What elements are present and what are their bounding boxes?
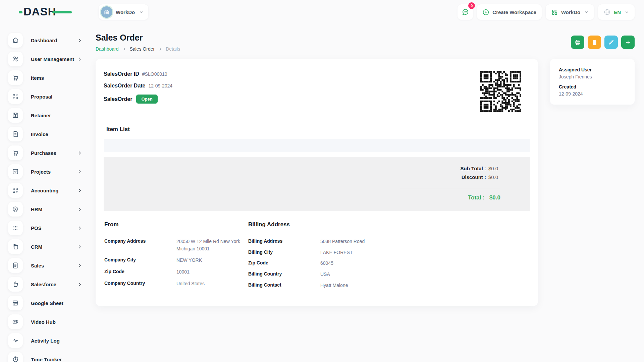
cart-icon (8, 70, 23, 85)
sidebar-item[interactable]: POS (8, 221, 96, 235)
discount-label: Discount : (462, 174, 486, 180)
detail-row: Zip Code 60045 (248, 260, 530, 267)
sidebar-item-label: Video Hub (31, 319, 56, 325)
detail-label: Zip Code (248, 260, 320, 267)
chevron-right-icon (77, 169, 82, 174)
logo-dash-right (52, 11, 72, 13)
chevron-down-icon (139, 10, 144, 14)
total-value: $0.0 (489, 194, 500, 201)
chevron-right-icon (122, 47, 126, 51)
sidebar-item[interactable]: Activity Log (8, 333, 96, 348)
invoice-icon (8, 127, 23, 141)
workspace-menu-button[interactable]: WorkDo (546, 4, 594, 20)
language-code: EN (614, 9, 621, 15)
printer-icon (575, 39, 581, 46)
breadcrumb-sales-order[interactable]: Sales Order (130, 46, 155, 52)
sidebar-item[interactable]: Sales (8, 258, 96, 273)
detail-value: Hyatt Malone (320, 282, 386, 289)
page-title: Sales Order (96, 33, 180, 43)
thumbs-up-icon (8, 277, 23, 292)
add-button[interactable] (621, 36, 635, 49)
sidebar-item-label: Retainer (31, 113, 51, 118)
qr-code (480, 71, 521, 112)
chevron-right-icon (77, 244, 82, 249)
chevron-right-icon (77, 282, 82, 287)
total-row: Total : $0.0 (400, 188, 500, 201)
detail-label: Billing City (248, 249, 320, 256)
sidebar-item[interactable]: Dashboard (8, 33, 96, 48)
from-section: From Company Address 20050 W 12 Mile Rd … (104, 221, 248, 293)
sidebar-item-label: Sales (31, 263, 44, 268)
breadcrumb-details: Details (166, 46, 180, 52)
sidebar-item-label: Google Sheet (31, 300, 63, 306)
home-icon (8, 33, 23, 48)
plus-icon (625, 39, 631, 46)
chevron-down-icon (584, 10, 589, 14)
detail-value: United States (176, 280, 242, 288)
crm-icon (8, 239, 23, 254)
workspace-menu-label: WorkDo (561, 9, 580, 15)
duplicate-button[interactable] (588, 36, 601, 49)
sidebar-item-label: Activity Log (31, 338, 60, 344)
grid-plus-icon (551, 9, 558, 16)
detail-row: Billing Contact Hyatt Malone (248, 282, 530, 289)
sidebar: Dashboard User Management Items Proposal (0, 24, 96, 362)
sidebar-item-label: Invoice (31, 131, 48, 137)
sidebar-item[interactable]: User Management (8, 52, 96, 66)
messages-button[interactable]: 0 (458, 4, 473, 20)
order-date-label: SalesOrder Date (104, 83, 146, 89)
logo-dash-left (19, 11, 22, 13)
chevron-right-icon (77, 150, 82, 156)
chevron-right-icon (77, 207, 82, 212)
plus-circle-icon (482, 9, 489, 16)
sidebar-item[interactable]: Proposal (8, 89, 96, 104)
detail-row: Billing City LAKE FOREST (248, 249, 530, 256)
cart-icon (8, 145, 23, 160)
main-content: Sales Order Dashboard Sales Order Detail… (96, 24, 644, 362)
logo-text: DASH (23, 5, 56, 18)
top-header: DASH WorkDo 0 Create Workspace (0, 0, 644, 24)
hrm-icon (8, 202, 23, 217)
sales-order-card: SalesOrder ID #SLO00010 SalesOrder Date … (96, 59, 538, 306)
breadcrumb-dashboard[interactable]: Dashboard (96, 46, 119, 52)
detail-row: Zip Code 10001 (104, 268, 248, 276)
sidebar-item[interactable]: Projects (8, 164, 96, 179)
totals-section: Sub Total : $0.0 Discount : $0.0 Total :… (104, 157, 530, 211)
sidebar-item[interactable]: Google Sheet (8, 296, 96, 310)
sidebar-item[interactable]: Invoice (8, 127, 96, 141)
sidebar-item[interactable]: HRM (8, 202, 96, 217)
create-workspace-button[interactable]: Create Workspace (477, 4, 542, 20)
header-actions: 0 Create Workspace WorkDo EN (458, 4, 635, 20)
language-selector[interactable]: EN (598, 4, 635, 20)
sidebar-item[interactable]: Video Hub (8, 314, 96, 329)
sidebar-item[interactable]: CRM (8, 239, 96, 254)
edit-button[interactable] (604, 36, 618, 49)
detail-value: 20050 W 12 Mile Rd New York Michigan 100… (176, 238, 242, 252)
workspace-name: WorkDo (116, 9, 135, 15)
create-workspace-label: Create Workspace (492, 9, 536, 15)
sidebar-item[interactable]: Salesforce (8, 277, 96, 292)
sidebar-item[interactable]: Accounting (8, 183, 96, 198)
sidebar-item[interactable]: Items (8, 70, 96, 85)
item-table-header (104, 139, 530, 152)
detail-row: Company City NEW YORK (104, 257, 248, 264)
sidebar-item[interactable]: Purchases (8, 145, 96, 160)
sidebar-item-label: User Management (31, 56, 74, 62)
detail-label: Billing Country (248, 271, 320, 278)
page-actions (571, 36, 635, 49)
assigned-user-label: Assigned User (559, 67, 626, 72)
sidebar-item-label: Proposal (31, 94, 52, 100)
app-logo[interactable]: DASH (23, 5, 66, 19)
sidebar-item-label: Purchases (31, 150, 56, 156)
file-icon (591, 39, 598, 46)
detail-row: Company Address 20050 W 12 Mile Rd New Y… (104, 238, 248, 252)
check-square-icon (8, 164, 23, 179)
sidebar-item-label: Dashboard (31, 38, 57, 43)
users-icon (8, 52, 23, 66)
print-button[interactable] (571, 36, 584, 49)
sidebar-item[interactable]: Time Tracker (8, 352, 96, 362)
detail-value: 60045 (320, 260, 386, 267)
page-header: Sales Order Dashboard Sales Order Detail… (96, 33, 635, 52)
sidebar-item[interactable]: Retainer (8, 108, 96, 123)
workspace-selector[interactable]: WorkDo (99, 4, 148, 20)
